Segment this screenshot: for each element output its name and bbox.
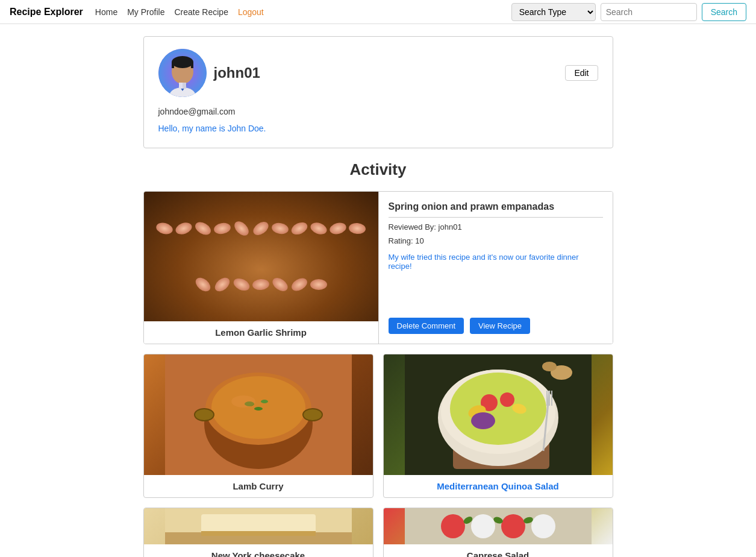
- profile-top: john01 Edit: [158, 49, 598, 97]
- nav-create-recipe[interactable]: Create Recipe: [174, 7, 228, 17]
- svg-rect-5: [191, 62, 193, 68]
- svg-point-25: [450, 373, 546, 445]
- nav-home[interactable]: Home: [95, 7, 117, 17]
- review-by: Reviewed By: john01: [389, 222, 603, 231]
- svg-rect-4: [172, 62, 174, 68]
- curry-image: [144, 354, 373, 475]
- shrimp-dot: [271, 221, 290, 235]
- svg-rect-8: [183, 83, 186, 89]
- navbar: Recipe Explorer Home My Profile Create R…: [0, 0, 756, 24]
- profile-left: john01: [158, 49, 260, 97]
- profile-email: johndoe@gmail.com: [158, 107, 598, 116]
- delete-comment-button[interactable]: Delete Comment: [389, 318, 464, 334]
- shrimp-dot: [193, 275, 213, 294]
- svg-point-3: [172, 56, 193, 68]
- edit-button[interactable]: Edit: [565, 65, 598, 81]
- search-area: Search Type Search: [511, 3, 746, 21]
- svg-point-15: [303, 409, 322, 421]
- cheesecake-image: [144, 508, 373, 544]
- nav-logout[interactable]: Logout: [238, 7, 264, 17]
- caprese-image: [384, 508, 613, 544]
- quinoa-salad-card: Mediterranean Quinoa Salad: [383, 354, 613, 498]
- svg-rect-41: [405, 508, 592, 544]
- review-comment: My wife tried this recipe and it's now o…: [389, 253, 603, 308]
- svg-point-17: [261, 400, 268, 403]
- svg-rect-7: [179, 83, 183, 89]
- shrimp-dot: [348, 222, 366, 234]
- svg-point-30: [471, 412, 495, 429]
- avatar: [158, 49, 207, 97]
- svg-rect-40: [201, 531, 316, 536]
- first-image-wrapper: Lemon Garlic Shrimp: [144, 192, 378, 344]
- brand-logo: Recipe Explorer: [10, 7, 83, 17]
- caprese-caption: Caprese Salad: [384, 544, 613, 557]
- svg-point-45: [531, 514, 555, 538]
- shrimp-dot: [174, 221, 193, 236]
- shrimp-dot: [289, 275, 309, 294]
- profile-bio: Hello, my name is John Doe.: [158, 124, 598, 133]
- quinoa-salad-caption: Mediterranean Quinoa Salad: [384, 475, 613, 497]
- svg-point-27: [500, 392, 514, 407]
- review-rating: Rating: 10: [389, 236, 603, 245]
- caprese-card: Caprese Salad: [383, 508, 613, 557]
- shrimp-dot: [270, 275, 290, 294]
- svg-point-36: [542, 362, 557, 371]
- lamb-curry-card: Lamb Curry: [143, 354, 373, 498]
- search-button[interactable]: Search: [702, 3, 746, 21]
- shrimp-dot: [155, 221, 174, 236]
- activity-title: Activity: [143, 160, 613, 179]
- cards-grid: Lemon Garlic Shrimp Spring onion and pra…: [143, 191, 613, 557]
- activity-section: Activity: [143, 160, 613, 557]
- svg-point-44: [501, 514, 525, 538]
- shrimp-dot: [251, 219, 270, 238]
- cheesecake-card: New York cheesecake: [143, 508, 373, 557]
- review-panel: Spring onion and prawn empanadas Reviewe…: [378, 192, 613, 344]
- review-actions: Delete Comment View Recipe: [389, 318, 603, 334]
- shrimp-dot: [309, 221, 328, 236]
- review-title: Spring onion and prawn empanadas: [389, 201, 603, 218]
- shrimp-dot: [290, 220, 310, 237]
- view-recipe-button[interactable]: View Recipe: [470, 318, 530, 334]
- shrimp-caption: Lemon Garlic Shrimp: [144, 321, 378, 344]
- first-activity-card: Lemon Garlic Shrimp Spring onion and pra…: [143, 191, 613, 344]
- lamb-curry-caption: Lamb Curry: [144, 475, 373, 497]
- cheesecake-caption: New York cheesecake: [144, 544, 373, 557]
- nav-my-profile[interactable]: My Profile: [127, 7, 164, 17]
- salad-image: [384, 354, 613, 475]
- shrimp-dot: [193, 219, 213, 238]
- shrimp-dot: [212, 275, 232, 294]
- shrimp-dot: [213, 221, 232, 235]
- svg-point-43: [471, 514, 495, 538]
- shrimp-dot: [310, 279, 327, 290]
- shrimp-image: [144, 192, 378, 321]
- search-input[interactable]: [601, 3, 697, 21]
- svg-point-19: [231, 395, 255, 408]
- search-type-select[interactable]: Search Type: [511, 3, 596, 21]
- svg-point-14: [195, 409, 214, 421]
- username: john01: [214, 65, 260, 81]
- svg-point-18: [254, 407, 263, 411]
- shrimp-visual: [144, 192, 378, 321]
- shrimp-dot: [328, 221, 348, 236]
- svg-point-42: [441, 514, 465, 538]
- shrimp-dot: [232, 276, 252, 293]
- nav-links: Home My Profile Create Recipe Logout: [95, 7, 511, 17]
- profile-card: john01 Edit johndoe@gmail.com Hello, my …: [143, 36, 613, 148]
- shrimp-dot: [232, 218, 252, 238]
- shrimp-dot: [252, 278, 269, 291]
